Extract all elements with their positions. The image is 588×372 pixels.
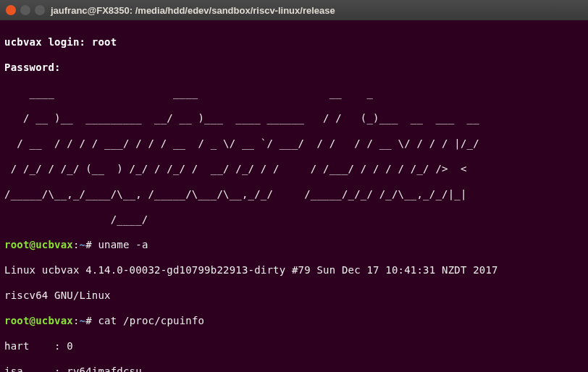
command-text: uname -a [98, 239, 148, 250]
prompt-line: root@ucbvax:~# uname -a [4, 239, 584, 252]
ascii-art-line: /_____/\__,_/____/\__, /_____/\___/\__,_… [4, 188, 584, 201]
ascii-art-line: ____ ____ __ _ [4, 87, 584, 100]
prompt-path: ~ [80, 315, 86, 326]
login-prompt: ucbvax login: root [4, 36, 584, 49]
ascii-art-line: / __ / / / / ___/ / / / __ / _ \/ __ `/ … [4, 138, 584, 151]
output-line: isa : rv64imafdcsu [4, 365, 584, 373]
ascii-art-line: /____/ [4, 214, 584, 227]
prompt-line: root@ucbvax:~# cat /proc/cpuinfo [4, 315, 584, 328]
maximize-icon[interactable] [35, 5, 45, 15]
prompt-userhost: root@ucbvax [4, 239, 73, 250]
output-line: Linux ucbvax 4.14.0-00032-gd10799b22913-… [4, 264, 584, 277]
close-icon[interactable] [6, 5, 16, 15]
command-text: cat /proc/cpuinfo [98, 315, 204, 326]
password-prompt: Password: [4, 62, 584, 75]
window-controls [6, 5, 45, 15]
terminal-body[interactable]: ucbvax login: root Password: ____ ____ _… [0, 20, 588, 372]
output-line: riscv64 GNU/Linux [4, 289, 584, 303]
window-title: jaufranc@FX8350: /media/hdd/edev/sandbox… [51, 5, 335, 16]
titlebar: jaufranc@FX8350: /media/hdd/edev/sandbox… [0, 0, 588, 20]
prompt-path: ~ [80, 239, 86, 250]
minimize-icon[interactable] [20, 5, 30, 15]
prompt-userhost: root@ucbvax [4, 315, 73, 326]
ascii-art-line: / /_/ / /_/ (__ ) /_/ / /_/ / __/ /_/ / … [4, 163, 584, 176]
output-line: hart : 0 [4, 340, 584, 353]
ascii-art-line: / __ )__ _________ __/ __ )___ ____ ____… [4, 112, 584, 125]
